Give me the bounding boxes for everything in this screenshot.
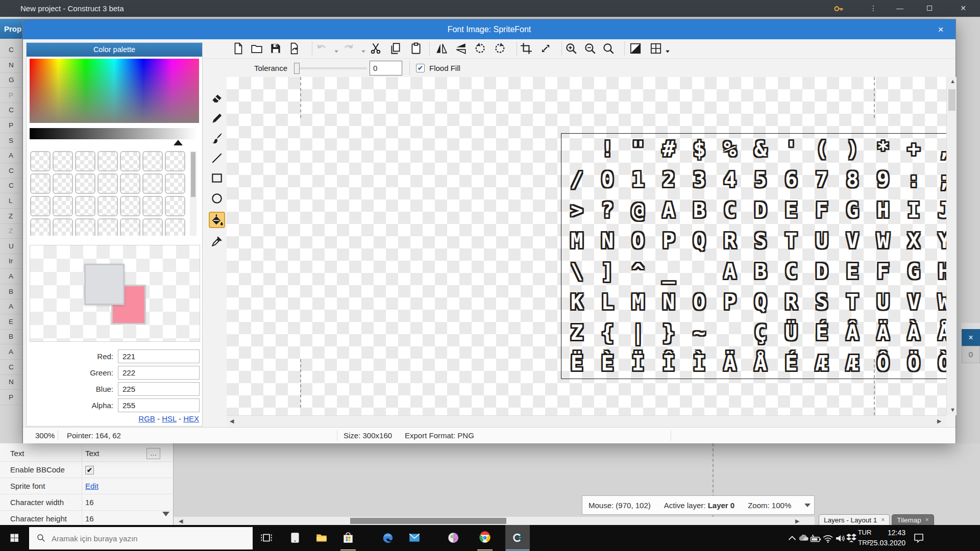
color-swatch[interactable]: [97, 196, 118, 216]
file-explorer-icon[interactable]: [309, 525, 334, 551]
photos-app-icon[interactable]: [283, 525, 307, 551]
hex-link[interactable]: HEX: [183, 414, 199, 423]
canvas-horizontal-scrollbar[interactable]: ◀ ▶: [227, 415, 946, 427]
speaker-icon[interactable]: [834, 532, 846, 544]
lightness-marker[interactable]: [174, 140, 183, 145]
color-swatch[interactable]: [53, 196, 73, 216]
menu-kebab-icon[interactable]: ⋮: [861, 0, 886, 17]
tab-layers-layout1[interactable]: Layers - Layout 1 ×: [819, 514, 890, 525]
line-tool[interactable]: [209, 150, 225, 166]
dialog-close-icon[interactable]: ×: [933, 19, 948, 39]
dialog-titlebar[interactable]: Font Image: SpriteFont: [23, 19, 955, 39]
red-input[interactable]: [118, 349, 200, 363]
scroll-left-icon[interactable]: ◀: [179, 517, 183, 525]
color-swatch[interactable]: [142, 196, 163, 216]
hsl-link[interactable]: HSL: [162, 414, 177, 423]
color-swatch[interactable]: [120, 196, 140, 216]
new-file-icon[interactable]: [232, 42, 245, 55]
caret-down-icon[interactable]: [361, 47, 366, 51]
property-row-bbcode[interactable]: Enable BBCode ✔: [0, 462, 174, 478]
eyedropper-tool[interactable]: [209, 233, 225, 249]
redo-icon[interactable]: [342, 42, 355, 55]
microsoft-store-icon[interactable]: [336, 525, 360, 551]
canvas-vertical-scrollbar[interactable]: ▲ ▼: [946, 77, 957, 415]
caret-down-icon[interactable]: [334, 47, 339, 51]
blue-input[interactable]: [118, 382, 200, 396]
swatch-scrollbar[interactable]: [190, 151, 197, 236]
main-horizontal-scrollbar[interactable]: ◀ ▶: [174, 517, 815, 525]
color-swatch[interactable]: [142, 218, 163, 236]
primary-color-swatch[interactable]: [84, 264, 125, 305]
construct3-icon[interactable]: [505, 525, 530, 551]
property-row-text[interactable]: Text Text …: [0, 445, 174, 462]
brush-tool[interactable]: [209, 130, 225, 146]
hue-saturation-picker[interactable]: [30, 59, 199, 123]
color-swatch[interactable]: [75, 196, 95, 216]
rotate-ccw-icon[interactable]: [474, 42, 487, 55]
color-swatch[interactable]: [97, 218, 118, 236]
fill-bucket-tool[interactable]: [209, 212, 225, 228]
pencil-tool[interactable]: [209, 110, 225, 127]
scroll-up-icon[interactable]: ▲: [950, 78, 955, 84]
color-swatch[interactable]: [30, 196, 51, 216]
open-folder-icon[interactable]: [250, 42, 263, 55]
color-swatch[interactable]: [75, 173, 95, 194]
property-row-spritefont[interactable]: Sprite font Edit: [0, 478, 174, 494]
scroll-down-icon[interactable]: ▼: [950, 407, 955, 413]
color-swatch[interactable]: [165, 173, 185, 194]
lightness-slider[interactable]: [30, 128, 197, 139]
sprite-font-edit-link[interactable]: Edit: [85, 478, 99, 494]
color-swatch[interactable]: [75, 151, 95, 171]
clock[interactable]: 12:43 25.03.2020: [867, 528, 905, 548]
flip-horizontal-icon[interactable]: [435, 42, 448, 55]
property-row-char-width[interactable]: Character width 16: [0, 494, 174, 511]
ellipse-tool[interactable]: [209, 190, 225, 207]
copy-icon[interactable]: [389, 42, 402, 55]
scrollbar-thumb[interactable]: [350, 518, 506, 524]
scroll-right-icon[interactable]: ▶: [937, 418, 941, 424]
green-input[interactable]: [118, 366, 200, 380]
color-swatch[interactable]: [120, 218, 140, 236]
undo-icon[interactable]: [315, 42, 328, 55]
paint3d-icon[interactable]: [441, 525, 465, 551]
bbcode-checkbox[interactable]: ✔: [85, 466, 94, 474]
resize-icon[interactable]: [539, 42, 552, 55]
edge-icon[interactable]: [376, 525, 400, 551]
minimize-button[interactable]: —: [887, 0, 913, 17]
search-input[interactable]: [52, 527, 246, 549]
cut-icon[interactable]: [369, 42, 382, 55]
background-toggle-icon[interactable]: [629, 42, 642, 55]
color-swatch[interactable]: [142, 151, 163, 171]
paste-icon[interactable]: [409, 42, 423, 55]
color-swatch[interactable]: [165, 151, 185, 171]
scroll-right-icon[interactable]: ▶: [795, 517, 799, 525]
color-swatch[interactable]: [53, 218, 73, 236]
spritefont-image[interactable]: !"#$%&'()*+,-./0123456789:;<=>?@ABCDEFGH…: [561, 133, 946, 379]
color-swatch[interactable]: [30, 218, 51, 236]
tab-close-icon[interactable]: ×: [881, 516, 885, 523]
color-swatch[interactable]: [75, 218, 95, 236]
alpha-input[interactable]: [118, 398, 200, 412]
caret-down-icon[interactable]: [665, 47, 670, 51]
color-swatch[interactable]: [142, 173, 163, 194]
color-swatch[interactable]: [165, 196, 185, 216]
scrollbar-thumb[interactable]: [948, 89, 955, 111]
zoom-out-icon[interactable]: [583, 42, 597, 55]
right-panel-close-button[interactable]: ×: [962, 329, 980, 346]
color-swatch[interactable]: [120, 151, 140, 171]
crop-icon[interactable]: [520, 42, 533, 55]
close-window-button[interactable]: ✕: [946, 0, 980, 17]
rotate-cw-icon[interactable]: [493, 42, 506, 55]
color-swatch[interactable]: [97, 151, 118, 171]
wifi-icon[interactable]: [822, 532, 834, 544]
tolerance-slider-thumb[interactable]: [294, 63, 300, 74]
tolerance-input[interactable]: [370, 61, 402, 76]
taskbar-search[interactable]: [29, 527, 253, 549]
mail-icon[interactable]: [402, 525, 427, 551]
tolerance-slider[interactable]: [294, 67, 367, 69]
action-center-icon[interactable]: [913, 532, 925, 544]
flood-fill-checkbox[interactable]: ✔: [416, 64, 425, 72]
color-swatch[interactable]: [53, 173, 73, 194]
chrome-icon[interactable]: [473, 525, 497, 551]
onedrive-icon[interactable]: [797, 532, 810, 544]
